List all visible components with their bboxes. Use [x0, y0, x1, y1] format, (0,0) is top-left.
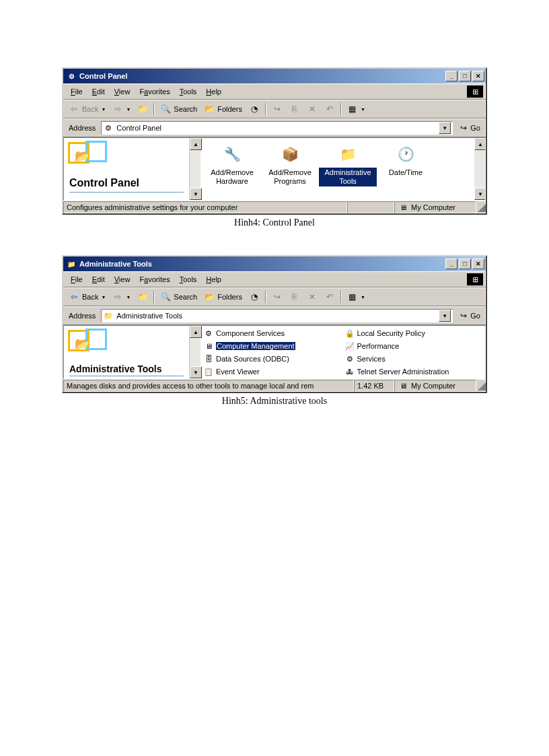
- move-to-button[interactable]: ↪: [269, 102, 285, 116]
- icon-date-time[interactable]: 🕐 Date/Time: [377, 143, 435, 178]
- shortcut-icon: 🗄: [203, 353, 214, 364]
- titlebar[interactable]: 📁 Administrative Tools _ □ ✕: [63, 256, 486, 271]
- menu-view[interactable]: View: [110, 86, 135, 97]
- undo-button[interactable]: ↶: [322, 102, 338, 116]
- history-button[interactable]: ◔: [246, 102, 262, 116]
- maximize-button[interactable]: □: [459, 71, 471, 81]
- minimize-button[interactable]: _: [445, 259, 458, 269]
- right-scrollbar[interactable]: ▲ ▼: [474, 138, 485, 200]
- up-button[interactable]: 📁: [135, 102, 151, 116]
- programs-icon: 📦: [279, 143, 301, 165]
- status-location: 🖥 My Computer: [394, 380, 476, 392]
- delete-button[interactable]: ✕: [304, 290, 320, 304]
- copy-to-button[interactable]: ⎘: [287, 290, 303, 304]
- views-button[interactable]: ▦ ▼: [344, 290, 368, 304]
- chevron-down-icon: ▼: [126, 107, 131, 112]
- copy-to-button[interactable]: ⎘: [287, 102, 303, 116]
- toolbar: ⇦ Back ▼ ⇨ ▼ 📁 🔍 Search 📂 Folders ◔ ↪ ⎘ …: [63, 287, 486, 306]
- figure-caption-2: Hình5: Administrative tools: [62, 396, 487, 407]
- item-performance[interactable]: 📈 Performance: [343, 340, 484, 352]
- scroll-up-button[interactable]: ▲: [474, 138, 486, 150]
- search-button[interactable]: 🔍 Search: [157, 102, 200, 116]
- go-button[interactable]: ↪ Go: [455, 309, 483, 322]
- folders-button[interactable]: 📂 Folders: [201, 290, 245, 304]
- address-value: Control Panel: [116, 124, 161, 132]
- scroll-track[interactable]: [474, 150, 485, 188]
- separator: [265, 291, 266, 303]
- forward-button[interactable]: ⇨ ▼: [110, 102, 133, 116]
- history-button[interactable]: ◔: [246, 290, 262, 304]
- window-title: Administrative Tools: [79, 260, 444, 268]
- item-telnet-server[interactable]: 🖧 Telnet Server Administration: [343, 366, 484, 378]
- go-button[interactable]: ↪ Go: [455, 121, 483, 135]
- up-button[interactable]: 📁: [135, 290, 151, 304]
- pane-title: Control Panel: [69, 177, 139, 189]
- search-icon: 🔍: [160, 104, 171, 114]
- folders-icon: 📂: [204, 291, 215, 302]
- icon-add-remove-programs[interactable]: 📦 Add/Remove Programs: [261, 143, 319, 186]
- menu-favorites[interactable]: Favorites: [135, 274, 174, 285]
- undo-button[interactable]: ↶: [322, 290, 338, 304]
- item-event-viewer[interactable]: 📋 Event Viewer: [202, 366, 343, 378]
- status-text: Configures administrative settings for y…: [63, 201, 347, 213]
- admin-tools-window: 📁 Administrative Tools _ □ ✕ File Edit V…: [62, 255, 487, 393]
- views-button[interactable]: ▦ ▼: [344, 102, 368, 116]
- item-services[interactable]: ⚙ Services: [343, 353, 484, 365]
- move-to-button[interactable]: ↪: [269, 290, 285, 304]
- address-input[interactable]: ⚙ Control Panel ▼: [101, 121, 453, 135]
- address-input[interactable]: 📁 Administrative Tools ▼: [101, 309, 453, 322]
- scroll-track[interactable]: [190, 150, 200, 188]
- menubar: File Edit View Favorites Tools Help ⊞: [63, 271, 486, 287]
- left-scrollbar[interactable]: ▲ ▼: [190, 326, 200, 378]
- scroll-down-button[interactable]: ▼: [474, 188, 486, 200]
- pane-decoration: 📂: [67, 329, 99, 361]
- resize-grip[interactable]: [476, 203, 486, 212]
- titlebar[interactable]: ⚙ Control Panel _ □ ✕: [63, 69, 486, 83]
- delete-button[interactable]: ✕: [304, 102, 320, 116]
- chevron-down-icon: ▼: [361, 295, 365, 300]
- address-dropdown-button[interactable]: ▼: [439, 122, 451, 134]
- menu-help[interactable]: Help: [201, 274, 226, 285]
- resize-grip[interactable]: [476, 381, 486, 390]
- folders-button[interactable]: 📂 Folders: [201, 102, 245, 116]
- menu-file[interactable]: File: [66, 86, 87, 97]
- back-button[interactable]: ⇦ Back ▼: [66, 102, 108, 116]
- back-button[interactable]: ⇦ Back ▼: [66, 290, 108, 304]
- menu-edit[interactable]: Edit: [87, 86, 110, 97]
- menu-help[interactable]: Help: [201, 86, 226, 97]
- menu-tools[interactable]: Tools: [175, 86, 202, 97]
- close-button[interactable]: ✕: [472, 259, 484, 269]
- maximize-button[interactable]: □: [459, 259, 471, 269]
- pane-decoration: 📂: [67, 141, 99, 173]
- copyto-icon: ⎘: [289, 291, 300, 302]
- computer-icon: 🖥: [398, 380, 408, 391]
- undo-icon: ↶: [324, 104, 335, 114]
- close-button[interactable]: ✕: [472, 71, 484, 81]
- item-data-sources[interactable]: 🗄 Data Sources (ODBC): [202, 353, 343, 365]
- scroll-track[interactable]: [190, 338, 200, 366]
- folders-label: Folders: [217, 105, 242, 113]
- forward-button[interactable]: ⇨ ▼: [110, 290, 133, 304]
- address-dropdown-button[interactable]: ▼: [439, 310, 451, 322]
- item-component-services[interactable]: ⚙ Component Services: [202, 327, 343, 339]
- icon-add-remove-hardware[interactable]: 🔧 Add/Remove Hardware: [203, 143, 261, 186]
- search-button[interactable]: 🔍 Search: [157, 290, 200, 304]
- menu-edit[interactable]: Edit: [87, 274, 110, 285]
- separator: [340, 103, 342, 115]
- menu-file[interactable]: File: [66, 274, 87, 285]
- menu-tools[interactable]: Tools: [175, 274, 202, 285]
- icon-administrative-tools[interactable]: 📁 Administrative Tools: [319, 143, 377, 186]
- views-icon: ▦: [347, 291, 358, 302]
- menubar: File Edit View Favorites Tools Help ⊞: [63, 83, 486, 100]
- item-local-security-policy[interactable]: 🔒 Local Security Policy: [343, 327, 484, 339]
- menu-favorites[interactable]: Favorites: [135, 86, 174, 97]
- separator: [265, 103, 266, 115]
- minimize-button[interactable]: _: [445, 71, 458, 81]
- left-scrollbar[interactable]: ▲ ▼: [190, 138, 200, 200]
- history-icon: ◔: [249, 104, 260, 114]
- shortcut-icon: 🖧: [344, 366, 355, 377]
- shortcut-icon: 🖥: [203, 341, 214, 351]
- menu-view[interactable]: View: [110, 274, 135, 285]
- item-computer-management[interactable]: 🖥 Computer Management: [202, 340, 343, 352]
- toolbar: ⇦ Back ▼ ⇨ ▼ 📁 🔍 Search 📂 Folders ◔ ↪ ⎘ …: [63, 100, 486, 118]
